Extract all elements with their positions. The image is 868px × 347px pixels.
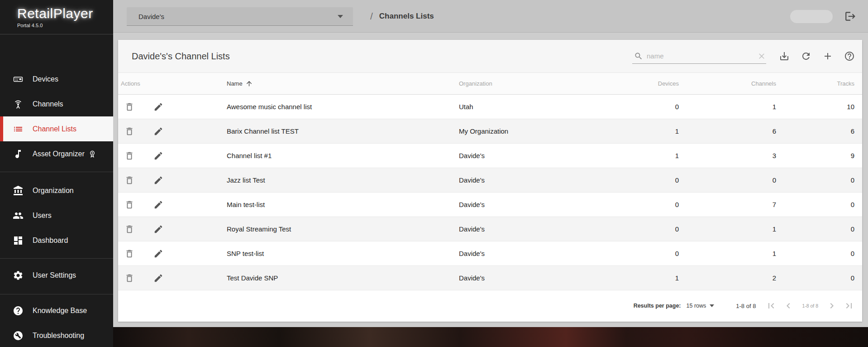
sidebar-item-channels[interactable]: Channels: [0, 92, 113, 116]
rows-per-page-value: 15 rows: [687, 303, 706, 309]
sidebar-item-devices[interactable]: Devices: [0, 67, 113, 92]
edit-icon[interactable]: [153, 224, 163, 234]
organization-selector-value: Davide's: [138, 13, 338, 20]
card-title: Davide's's Channel Lists: [132, 51, 230, 62]
prev-page-icon[interactable]: [783, 300, 794, 311]
delete-icon[interactable]: [124, 273, 134, 283]
cell-organization: Davide's: [459, 250, 588, 257]
sidebar-item-label: Knowledge Base: [33, 307, 87, 315]
cell-organization: Davide's: [459, 152, 588, 159]
user-account-pill[interactable]: [790, 10, 833, 23]
sidebar-item-users[interactable]: Users: [0, 203, 113, 228]
topbar-right: [790, 0, 856, 33]
search-box: [632, 48, 766, 64]
cell-channels: 0: [679, 176, 776, 184]
row-actions: [118, 151, 227, 161]
cell-tracks: 0: [776, 225, 854, 233]
column-header-name[interactable]: Name: [227, 80, 459, 87]
cell-tracks: 6: [776, 127, 854, 135]
sidebar-item-label: Devices: [33, 75, 58, 83]
sidebar-divider: [0, 294, 113, 294]
cell-tracks: 9: [776, 152, 854, 159]
next-page-icon[interactable]: [826, 300, 837, 311]
add-icon[interactable]: [822, 51, 833, 62]
cell-name: Channel list #1: [227, 152, 459, 159]
sidebar-item-label: User Settings: [33, 271, 76, 280]
channel-lists-card: Davide's's Channel Lists: [118, 40, 862, 322]
sidebar-item-label: Dashboard: [33, 236, 68, 245]
chevron-down-icon: [338, 15, 343, 18]
first-page-icon[interactable]: [766, 300, 777, 311]
cell-organization: Utah: [459, 103, 588, 111]
sidebar-item-label: Channel Lists: [33, 125, 76, 133]
sidebar-item-channel-lists[interactable]: Channel Lists: [0, 116, 113, 141]
sidebar-item-knowledge-base[interactable]: Knowledge Base: [0, 298, 113, 323]
cell-organization: Davide's: [459, 225, 588, 233]
download-icon[interactable]: [779, 51, 790, 62]
devices-icon: [13, 74, 24, 85]
page-indicator: 1-8 of 8: [802, 303, 818, 308]
cell-channels: 1: [679, 103, 776, 111]
delete-icon[interactable]: [124, 175, 134, 185]
delete-icon[interactable]: [124, 126, 134, 136]
delete-icon[interactable]: [124, 200, 134, 210]
cell-name: Jazz list Test: [227, 176, 459, 184]
delete-icon[interactable]: [124, 224, 134, 234]
table-body: Awesome music channel list Utah 0 1 10 B…: [118, 95, 862, 290]
edit-icon[interactable]: [153, 273, 163, 283]
edit-icon[interactable]: [153, 175, 163, 185]
cell-tracks: 10: [776, 103, 854, 111]
sidebar-item-organization[interactable]: Organization: [0, 178, 113, 203]
edit-icon[interactable]: [153, 102, 163, 112]
table-row: Channel list #1 Davide's 1 3 9: [118, 144, 862, 168]
sidebar-menu: Devices Channels: [0, 34, 113, 347]
breadcrumb: / Channels Lists: [370, 0, 434, 33]
delete-icon[interactable]: [124, 151, 134, 161]
logout-icon[interactable]: [844, 10, 856, 22]
search-input[interactable]: [647, 52, 757, 60]
clear-search-icon[interactable]: [757, 52, 766, 61]
background-photo: [113, 327, 868, 347]
sidebar-item-asset-organizer[interactable]: Asset Organizer: [0, 141, 113, 166]
main-content: Davide's's Channel Lists: [113, 33, 868, 327]
table-row: Royal Streaming Test Davide's 0 1 0: [118, 217, 862, 241]
column-header-tracks: Tracks: [776, 80, 854, 87]
channels-antenna-icon: [13, 99, 24, 110]
delete-icon[interactable]: [124, 102, 134, 112]
row-actions: [118, 224, 227, 234]
cell-name: SNP test-list: [227, 250, 459, 257]
row-actions: [118, 200, 227, 210]
refresh-icon[interactable]: [801, 51, 811, 62]
table-row: Main test-list Davide's 0 7 0: [118, 193, 862, 217]
table-footer: Results per page: 15 rows 1-8 of 8 1-8 o…: [118, 290, 862, 321]
edit-icon[interactable]: [153, 249, 163, 259]
app-root: RetailPlayer Portal 4.5.0 Devices: [0, 0, 868, 347]
sidebar-item-dashboard[interactable]: Dashboard: [0, 228, 113, 253]
search-icon: [634, 52, 643, 61]
edit-icon[interactable]: [153, 126, 163, 136]
table-header: Actions Name Organization Devices Channe…: [118, 72, 862, 95]
results-range-label: 1-8 of 8: [736, 303, 756, 309]
last-page-icon[interactable]: [844, 300, 854, 311]
cell-tracks: 0: [776, 274, 854, 282]
edit-icon[interactable]: [153, 151, 163, 161]
help-icon[interactable]: [844, 51, 855, 62]
sidebar-item-label: Asset Organizer: [33, 150, 85, 158]
music-note-icon: [13, 149, 24, 159]
cell-channels: 1: [679, 250, 776, 257]
sidebar-item-label: Channels: [33, 100, 63, 108]
app-logo: RetailPlayer Portal 4.5.0: [0, 0, 113, 34]
cell-devices: 0: [588, 176, 679, 184]
dropdown-caret-icon: [710, 304, 714, 307]
delete-icon[interactable]: [124, 249, 134, 259]
organization-selector[interactable]: Davide's: [127, 7, 353, 26]
table-row: Awesome music channel list Utah 0 1 10: [118, 95, 862, 119]
sidebar-item-user-settings[interactable]: User Settings: [0, 263, 113, 288]
premium-badge-icon: [88, 149, 97, 159]
cell-channels: 2: [679, 274, 776, 282]
rows-per-page-select[interactable]: 15 rows: [687, 303, 715, 309]
settings-gear-icon: [13, 270, 24, 281]
edit-icon[interactable]: [153, 200, 163, 210]
sidebar-item-troubleshooting[interactable]: Troubleshooting: [0, 323, 113, 347]
cell-name: Awesome music channel list: [227, 103, 459, 111]
